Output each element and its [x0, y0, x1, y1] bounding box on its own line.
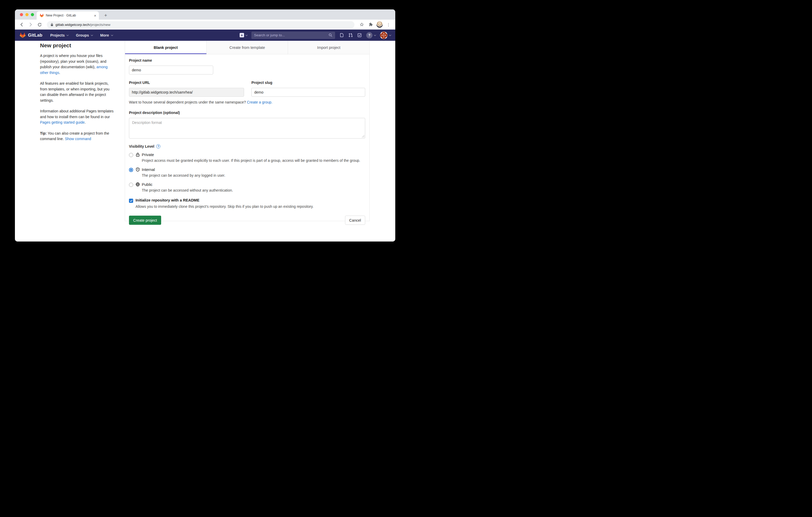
brand-name: GitLab [28, 33, 42, 38]
gitlab-navbar: GitLab Projects Groups More + Search or … [15, 30, 395, 41]
page-title: New project [40, 42, 116, 49]
chevron-down-icon [374, 34, 376, 36]
project-url-label: Project URL [129, 81, 244, 85]
plus-square-icon: + [240, 33, 244, 37]
sidebar-tip: Tip: You can also create a project from … [40, 131, 116, 142]
globe-icon [136, 182, 140, 187]
private-radio[interactable] [129, 153, 133, 157]
nav-groups-label: Groups [76, 33, 89, 37]
visibility-option-public[interactable]: Public The project can be accessed witho… [129, 182, 365, 193]
search-icon [328, 33, 332, 37]
project-slug-label: Project slug [252, 81, 365, 85]
gitlab-brand[interactable]: GitLab [20, 32, 42, 38]
close-window-button[interactable] [20, 13, 23, 16]
gitlab-logo-icon [20, 32, 26, 38]
internal-description: The project can be accessed by any logge… [142, 173, 225, 178]
blank-project-form: Project name Project URL Project slug Wa… [125, 54, 369, 225]
tab-import-project[interactable]: Import project [288, 41, 369, 54]
visibility-option-internal[interactable]: Internal The project can be accessed by … [129, 167, 365, 178]
nav-projects-label: Projects [50, 33, 65, 37]
todos-icon[interactable] [357, 33, 362, 37]
tip-label: Tip: [40, 131, 47, 135]
search-placeholder: Search or jump to... [254, 33, 326, 37]
pages-guide-link[interactable]: Pages getting started guide [40, 120, 85, 124]
text: Want to house several dependent projects… [129, 100, 247, 104]
nav-more-label: More [100, 33, 109, 37]
browser-tab-strip: New Project · GitLab × + [15, 9, 395, 20]
user-menu[interactable] [380, 31, 390, 39]
reload-icon[interactable] [36, 21, 43, 28]
shield-icon [136, 167, 140, 172]
project-name-label: Project name [129, 58, 365, 62]
new-tab-button[interactable]: + [102, 12, 109, 19]
project-type-tabs: Blank project Create from template Impor… [125, 41, 369, 54]
back-icon[interactable] [18, 21, 25, 28]
chevron-down-icon [66, 34, 68, 36]
minimize-window-button[interactable] [25, 13, 29, 16]
project-slug-input[interactable] [252, 88, 365, 97]
gitlab-menu: Projects Groups More [50, 33, 112, 37]
browser-tab[interactable]: New Project · GitLab × [37, 11, 99, 20]
sidebar-paragraph: All features are enabled for blank proje… [40, 81, 116, 103]
close-tab-icon[interactable]: × [94, 13, 96, 18]
nav-projects-menu[interactable]: Projects [50, 33, 68, 37]
form-actions: Create project Cancel [129, 216, 365, 225]
project-name-input[interactable] [129, 66, 213, 74]
chevron-down-icon [91, 34, 93, 36]
url-host: gitlab.widgetcorp.tech [55, 23, 90, 27]
url-bar[interactable]: gitlab.widgetcorp.tech/projects/new [47, 21, 354, 28]
public-description: The project can be accessed without any … [142, 188, 233, 193]
url-path: /projects/new [90, 23, 111, 27]
create-group-link[interactable]: Create a group. [247, 100, 272, 104]
extensions-puzzle-icon[interactable] [367, 21, 374, 28]
browser-profile-avatar[interactable] [376, 21, 383, 28]
create-project-button[interactable]: Create project [129, 216, 161, 225]
project-slug-field: Project slug [252, 81, 365, 97]
new-item-menu[interactable]: + [240, 33, 247, 37]
bookmark-star-icon[interactable] [358, 21, 366, 28]
nav-more-menu[interactable]: More [100, 33, 112, 37]
readme-description: Allows you to immediately clone this pro… [136, 204, 314, 209]
forward-icon[interactable] [27, 21, 34, 28]
browser-toolbar: gitlab.widgetcorp.tech/projects/new ⋮ [15, 20, 395, 30]
public-radio[interactable] [129, 183, 133, 187]
visibility-help-icon[interactable]: ? [156, 144, 161, 149]
text: Information about additional Pages templ… [40, 109, 114, 119]
text: . [59, 70, 60, 75]
help-menu[interactable]: ? [366, 32, 375, 38]
readme-option[interactable]: Initialize repository with a README Allo… [129, 198, 365, 209]
nav-groups-menu[interactable]: Groups [76, 33, 92, 37]
internal-label: Internal [142, 167, 155, 172]
browser-menu-icon[interactable]: ⋮ [385, 21, 392, 28]
visibility-option-private[interactable]: Private Project access must be granted e… [129, 152, 365, 163]
readme-checkbox[interactable] [129, 199, 133, 203]
project-url-input[interactable] [129, 88, 244, 97]
private-description: Project access must be granted explicitl… [142, 158, 360, 163]
project-description-label: Project description (optional) [129, 111, 365, 115]
text: . [85, 120, 86, 124]
project-description-textarea[interactable] [129, 118, 365, 139]
merge-request-icon[interactable] [348, 33, 353, 37]
user-avatar [380, 31, 388, 39]
tab-title: New Project · GitLab [46, 13, 94, 17]
visibility-level-header: Visibility Level ? [129, 144, 365, 149]
visibility-level-label: Visibility Level [129, 144, 154, 149]
sidebar-paragraph: Information about additional Pages templ… [40, 109, 116, 125]
gitlab-navbar-right: + Search or jump to... ? [240, 31, 390, 39]
show-command-link[interactable]: Show command [65, 137, 91, 141]
private-label: Private [142, 152, 154, 157]
project-url-field: Project URL [129, 81, 244, 97]
chevron-down-icon [111, 34, 113, 36]
gitlab-favicon-icon [40, 13, 44, 18]
window-controls [20, 13, 34, 16]
public-label: Public [142, 182, 152, 187]
tab-blank-project[interactable]: Blank project [125, 41, 206, 54]
fullscreen-window-button[interactable] [31, 13, 34, 16]
issues-icon[interactable] [340, 33, 344, 37]
internal-radio[interactable] [129, 168, 133, 172]
tab-create-from-template[interactable]: Create from template [206, 41, 288, 54]
cancel-button[interactable]: Cancel [345, 216, 365, 225]
readme-label: Initialize repository with a README [136, 198, 314, 202]
search-input[interactable]: Search or jump to... [252, 32, 335, 39]
lock-icon [51, 23, 53, 26]
